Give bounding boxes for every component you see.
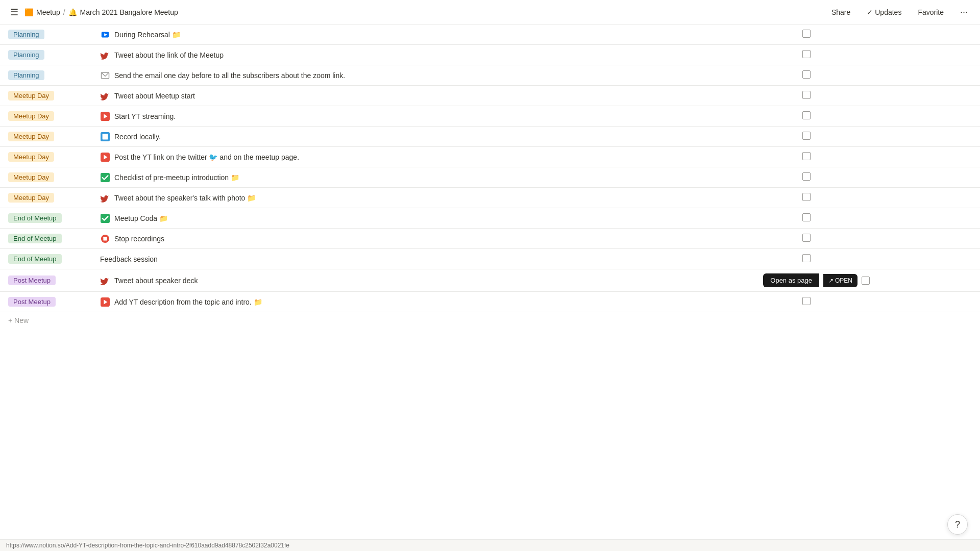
- tag-label[interactable]: Meetup Day: [8, 111, 54, 121]
- checkbox[interactable]: [802, 152, 811, 160]
- row-text[interactable]: Record locally.: [114, 133, 161, 141]
- row-text[interactable]: Add YT description from the topic and in…: [114, 298, 262, 306]
- open-button[interactable]: ↗OPEN: [823, 274, 857, 287]
- header-right: Share ✓ Updates Favorite ···: [827, 5, 972, 19]
- checkbox-cell: [735, 106, 878, 127]
- checkbox-cell: [735, 45, 878, 65]
- content-cell: Feedback session: [92, 249, 735, 269]
- row-text[interactable]: Tweet about the link of the Meetup: [114, 51, 224, 59]
- extra-cell: [878, 229, 980, 249]
- tag-label[interactable]: Meetup Day: [8, 91, 54, 101]
- youtube-icon: [100, 297, 110, 307]
- tag-label[interactable]: Meetup Day: [8, 193, 54, 203]
- tag-cell: Planning: [0, 45, 92, 65]
- more-button[interactable]: ···: [956, 5, 972, 19]
- tag-label[interactable]: Planning: [8, 30, 44, 39]
- content-cell: Tweet about the speaker's talk with phot…: [92, 188, 735, 208]
- row-text[interactable]: Tweet about Meetup start: [114, 92, 195, 100]
- checkbox[interactable]: [802, 213, 811, 221]
- content-cell: During Rehearsal 📁: [92, 24, 735, 45]
- open-icon: ↗: [828, 277, 834, 284]
- youtube-icon: [100, 111, 110, 121]
- checkbox[interactable]: [802, 91, 811, 99]
- row-text[interactable]: Checklist of pre-meetup introduction 📁: [114, 173, 239, 182]
- extra-cell: [878, 249, 980, 269]
- row-text[interactable]: Send the email one day before to all the…: [114, 71, 345, 80]
- checkbox[interactable]: [802, 193, 811, 201]
- row-text[interactable]: Tweet about speaker deck: [114, 277, 198, 285]
- content-cell: Tweet about Meetup start: [92, 86, 735, 106]
- tag-label[interactable]: End of Meetup: [8, 213, 62, 223]
- checkbox-cell: [735, 147, 878, 167]
- email-icon: [100, 70, 110, 81]
- checkbox-cell: [735, 65, 878, 86]
- checkbox[interactable]: [802, 30, 811, 38]
- checklist-icon: [100, 172, 110, 183]
- doc-title[interactable]: March 2021 Bangalore Meetup: [80, 8, 178, 16]
- tag-cell: End of Meetup: [0, 208, 92, 229]
- tag-label[interactable]: Planning: [8, 50, 44, 60]
- tag-cell: Meetup Day: [0, 188, 92, 208]
- checkbox[interactable]: [802, 132, 811, 140]
- tag-cell: Meetup Day: [0, 127, 92, 147]
- checkbox-cell: [735, 167, 878, 188]
- extra-cell: [878, 65, 980, 86]
- content-cell: Send the email one day before to all the…: [92, 65, 735, 86]
- table-row: End of MeetupMeetup Coda 📁: [0, 208, 980, 229]
- checkbox[interactable]: [802, 111, 811, 119]
- checkbox-cell: Open as page↗OPEN: [735, 269, 878, 292]
- tag-label[interactable]: Meetup Day: [8, 152, 54, 162]
- tag-label[interactable]: Post Meetup: [8, 276, 56, 285]
- content-cell: Meetup Coda 📁: [92, 208, 735, 229]
- table-row: Post MeetupAdd YT description from the t…: [0, 292, 980, 312]
- extra-cell: [878, 45, 980, 65]
- favorite-button[interactable]: Favorite: [914, 6, 948, 18]
- share-button[interactable]: Share: [827, 6, 854, 18]
- checkbox[interactable]: [802, 70, 811, 79]
- breadcrumb-separator: /: [63, 8, 65, 16]
- row-text[interactable]: During Rehearsal 📁: [114, 31, 181, 39]
- extra-cell: [878, 86, 980, 106]
- updates-button[interactable]: ✓ Updates: [863, 6, 905, 18]
- table-row: Meetup DayRecord locally.: [0, 127, 980, 147]
- new-row-button[interactable]: + New: [0, 312, 980, 329]
- row-text[interactable]: Stop recordings: [114, 235, 164, 243]
- checkbox[interactable]: [802, 50, 811, 58]
- content-cell: Tweet about the link of the Meetup: [92, 45, 735, 65]
- tag-cell: End of Meetup: [0, 249, 92, 269]
- open-as-page-button[interactable]: Open as page: [763, 273, 819, 287]
- menu-icon[interactable]: ☰: [8, 5, 20, 20]
- extra-cell: [878, 24, 980, 45]
- row-text[interactable]: Feedback session: [100, 255, 158, 263]
- checkbox[interactable]: [802, 254, 811, 262]
- table-row: Post MeetupTweet about speaker deckOpen …: [0, 269, 980, 292]
- checkbox[interactable]: [802, 172, 811, 181]
- tag-label[interactable]: Meetup Day: [8, 172, 54, 182]
- tag-label[interactable]: End of Meetup: [8, 254, 62, 264]
- row-text[interactable]: Meetup Coda 📁: [114, 214, 168, 222]
- checkbox[interactable]: [802, 234, 811, 242]
- row-text[interactable]: Post the YT link on the twitter 🐦 and on…: [114, 153, 299, 161]
- tag-cell: Planning: [0, 65, 92, 86]
- tag-label[interactable]: Planning: [8, 70, 44, 80]
- table-row: PlanningDuring Rehearsal 📁: [0, 24, 980, 45]
- table-row: Meetup DayTweet about Meetup start: [0, 86, 980, 106]
- table-row: PlanningSend the email one day before to…: [0, 65, 980, 86]
- app-name[interactable]: Meetup: [36, 8, 60, 16]
- checkbox-cell: [735, 24, 878, 45]
- row-text[interactable]: Tweet about the speaker's talk with phot…: [114, 194, 256, 202]
- tag-label[interactable]: Meetup Day: [8, 132, 54, 141]
- tag-label[interactable]: Post Meetup: [8, 297, 56, 307]
- favorite-label: Favorite: [918, 8, 944, 16]
- content-cell: Record locally.: [92, 127, 735, 147]
- tag-cell: Meetup Day: [0, 86, 92, 106]
- tag-cell: Meetup Day: [0, 167, 92, 188]
- row-text[interactable]: Start YT streaming.: [114, 112, 176, 120]
- tag-cell: Meetup Day: [0, 147, 92, 167]
- tag-label[interactable]: End of Meetup: [8, 234, 62, 243]
- checkbox[interactable]: [862, 277, 870, 285]
- table-row: Meetup DayPost the YT link on the twitte…: [0, 147, 980, 167]
- table-row: End of MeetupFeedback session: [0, 249, 980, 269]
- checkbox[interactable]: [802, 297, 811, 305]
- video-camera-icon: [100, 30, 110, 40]
